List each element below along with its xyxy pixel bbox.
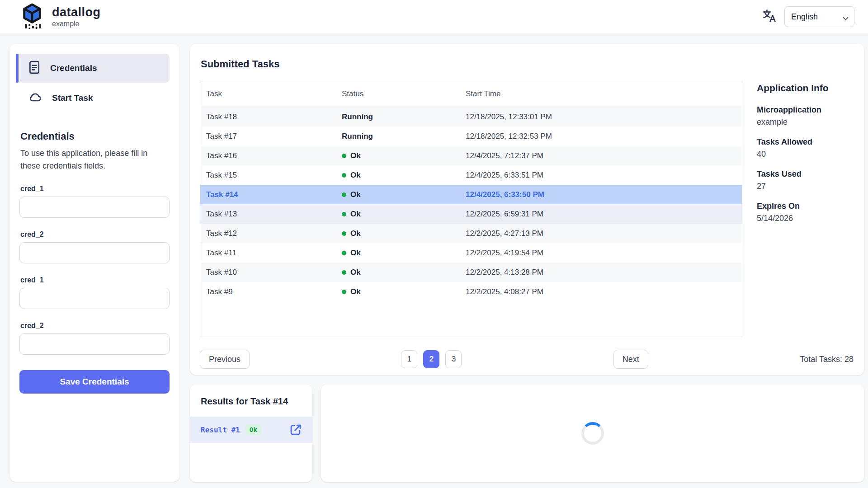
cred-1-input-2[interactable] <box>19 288 170 309</box>
tasks-table: Task Status Start Time Task #18 Running … <box>200 81 742 337</box>
status-dot-icon <box>342 290 346 294</box>
task-cell: Task #15 <box>200 171 336 180</box>
page-button-2[interactable]: 2 <box>423 350 439 368</box>
task-cell: Task #16 <box>200 151 336 160</box>
status-dot-icon <box>342 212 346 216</box>
task-cell: Task #13 <box>200 210 336 219</box>
status-dot-icon <box>342 173 346 178</box>
start-time-cell: 12/2/2025, 6:59:31 PM <box>460 210 742 219</box>
status-label: Ok <box>350 171 361 180</box>
sidebar: Credentials Start Task Credentials To us… <box>9 44 179 482</box>
page-button-1[interactable]: 1 <box>401 350 417 368</box>
status-cell: Running <box>336 132 460 141</box>
status-label: Ok <box>350 287 361 296</box>
info-label: Expires On <box>757 202 854 211</box>
save-credentials-button[interactable]: Save Credentials <box>19 370 170 394</box>
result-viewer-panel <box>321 385 864 482</box>
cred-2-input-2[interactable] <box>19 333 170 355</box>
status-dot-icon <box>342 154 346 158</box>
next-page-button[interactable]: Next <box>613 350 648 369</box>
status-cell: Ok <box>336 287 460 296</box>
task-cell: Task #11 <box>200 249 336 258</box>
task-cell: Task #18 <box>200 113 336 122</box>
application-info-heading: Application Info <box>757 83 854 94</box>
sidebar-item-credentials[interactable]: Credentials <box>19 54 170 83</box>
document-icon <box>28 61 40 76</box>
status-label: Running <box>342 113 373 122</box>
table-row[interactable]: Task #17 Running 12/18/2025, 12:32:53 PM <box>200 127 742 146</box>
column-header-task: Task <box>200 89 336 99</box>
status-cell: Ok <box>336 268 460 277</box>
cred-field-label: cred_2 <box>20 230 170 239</box>
task-cell: Task #14 <box>200 190 336 199</box>
status-cell: Ok <box>336 229 460 238</box>
table-header-row: Task Status Start Time <box>200 81 742 107</box>
result-item[interactable]: Result #1 Ok <box>190 417 312 443</box>
cube-logo-icon <box>20 2 44 32</box>
table-row[interactable]: Task #12 Ok 12/2/2025, 4:27:13 PM <box>200 224 742 243</box>
results-title: Results for Task #14 <box>190 385 312 417</box>
status-label: Ok <box>350 268 361 277</box>
status-cell: Ok <box>336 151 460 160</box>
app-title: datallog <box>52 5 101 19</box>
status-label: Running <box>342 132 373 141</box>
table-row[interactable]: Task #18 Running 12/18/2025, 12:33:01 PM <box>200 107 742 127</box>
table-row[interactable]: Task #16 Ok 12/4/2025, 7:12:37 PM <box>200 146 742 165</box>
sidebar-item-label: Credentials <box>50 63 97 73</box>
total-tasks-count: Total Tasks: 28 <box>800 355 854 364</box>
start-time-cell: 12/2/2025, 4:19:54 PM <box>460 249 742 258</box>
sidebar-item-label: Start Task <box>52 93 93 103</box>
status-dot-icon <box>342 192 346 197</box>
column-header-status: Status <box>336 89 460 99</box>
status-cell: Ok <box>336 210 460 219</box>
status-label: Ok <box>350 249 361 258</box>
external-link-icon[interactable] <box>289 423 302 436</box>
cloud-icon <box>28 92 42 105</box>
previous-page-button[interactable]: Previous <box>200 350 250 369</box>
info-value: 27 <box>757 182 854 191</box>
info-label: Tasks Allowed <box>757 137 854 147</box>
language-select[interactable]: English <box>784 6 854 27</box>
status-label: Ok <box>350 190 361 199</box>
info-label: Microapplication <box>757 105 854 115</box>
info-value: 40 <box>757 150 854 159</box>
page-button-3[interactable]: 3 <box>445 350 462 368</box>
task-cell: Task #17 <box>200 132 336 141</box>
table-row[interactable]: Task #11 Ok 12/2/2025, 4:19:54 PM <box>200 243 742 263</box>
column-header-start-time: Start Time <box>460 89 742 99</box>
start-time-cell: 12/18/2025, 12:33:01 PM <box>460 113 742 122</box>
start-time-cell: 12/4/2025, 7:12:37 PM <box>460 151 742 160</box>
start-time-cell: 12/18/2025, 12:32:53 PM <box>460 132 742 141</box>
cred-1-input[interactable] <box>19 197 170 218</box>
status-label: Ok <box>350 229 361 238</box>
submitted-tasks-panel: Submitted Tasks Task Status Start Time T… <box>190 44 864 375</box>
table-row[interactable]: Task #13 Ok 12/2/2025, 6:59:31 PM <box>200 204 742 224</box>
result-label: Result #1 <box>201 426 240 434</box>
cred-field-label: cred_2 <box>20 322 170 330</box>
info-label: Tasks Used <box>757 169 854 179</box>
status-dot-icon <box>342 231 346 236</box>
translate-icon <box>762 8 777 25</box>
cred-2-input[interactable] <box>19 242 170 263</box>
start-time-cell: 12/2/2025, 4:13:28 PM <box>460 268 742 277</box>
table-row[interactable]: Task #9 Ok 12/2/2025, 4:08:27 PM <box>200 282 742 301</box>
status-cell: Ok <box>336 171 460 180</box>
status-cell: Running <box>336 113 460 122</box>
status-label: Ok <box>350 151 361 160</box>
results-panel: Results for Task #14 Result #1 Ok <box>190 385 312 482</box>
table-row[interactable]: Task #15 Ok 12/4/2025, 6:33:51 PM <box>200 165 742 185</box>
sidebar-item-start-task[interactable]: Start Task <box>19 84 170 113</box>
task-cell: Task #10 <box>200 268 336 277</box>
start-time-cell: 12/2/2025, 4:08:27 PM <box>460 287 742 296</box>
info-value: example <box>757 117 854 127</box>
task-cell: Task #9 <box>200 287 336 296</box>
credentials-heading: Credentials <box>20 131 170 142</box>
start-time-cell: 12/2/2025, 4:27:13 PM <box>460 229 742 238</box>
brand: datallog example <box>20 2 101 32</box>
status-cell: Ok <box>336 249 460 258</box>
table-row[interactable]: Task #10 Ok 12/2/2025, 4:13:28 PM <box>200 263 742 282</box>
app-subtitle: example <box>52 20 101 28</box>
task-cell: Task #12 <box>200 229 336 238</box>
table-row-selected[interactable]: Task #14 Ok 12/4/2025, 6:33:50 PM <box>200 185 742 204</box>
status-label: Ok <box>350 210 361 219</box>
